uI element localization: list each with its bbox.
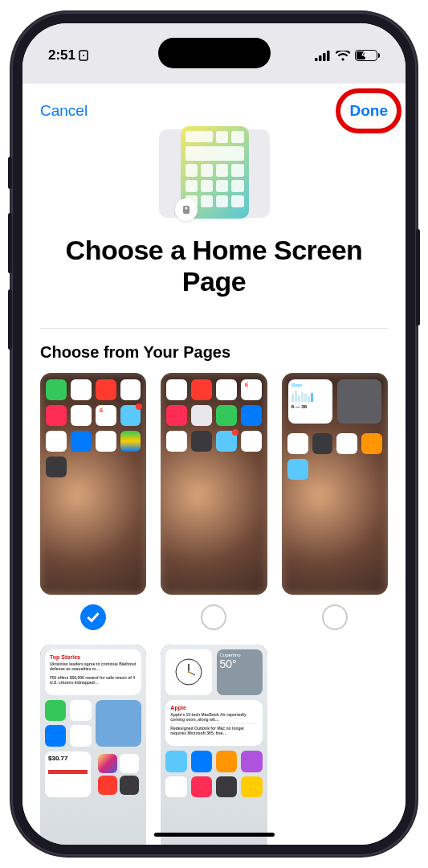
battery-indicator: 47 (355, 50, 380, 61)
status-icons: 47 (315, 50, 380, 61)
volume-down-button (8, 289, 12, 350)
page-option-3[interactable]: Sleep 6 — 36 (282, 373, 388, 630)
weather-widget: Cupertino 50° (217, 649, 263, 695)
svg-rect-3 (319, 55, 322, 61)
screen: 2:51 47 (22, 23, 406, 845)
home-indicator[interactable] (154, 833, 275, 837)
pages-grid: 6 6 (22, 373, 406, 845)
sheet-title: Choose a Home Screen Page (39, 231, 389, 313)
page-thumbnail: Sleep 6 — 36 (282, 373, 388, 595)
page-thumbnail: Top Stories Ukrainian leaders agree to c… (40, 645, 146, 845)
svg-rect-5 (327, 51, 330, 61)
hero-area: Choose a Home Screen Page (22, 126, 406, 321)
page-thumbnail: 6 (40, 373, 146, 595)
page-radio[interactable] (322, 604, 348, 630)
battery-pct-label: 47 (356, 50, 377, 59)
apple-news-widget: Apple Apple's 15-inch MacBook Air report… (165, 700, 262, 746)
svg-rect-4 (323, 53, 326, 61)
done-button-label: Done (350, 102, 389, 119)
page-radio[interactable] (201, 604, 226, 630)
orientation-lock-icon (79, 50, 88, 61)
page-thumbnail: 6 (161, 373, 267, 595)
checkmark-icon (87, 610, 99, 623)
cellular-icon (315, 51, 331, 61)
focus-badge-icon (175, 199, 198, 221)
cancel-button[interactable]: Cancel (40, 102, 88, 120)
page-option-4[interactable]: Top Stories Ukrainian leaders agree to c… (40, 645, 146, 845)
mute-switch (8, 157, 12, 189)
clock-widget-icon (165, 649, 211, 695)
page-option-5[interactable]: Cupertino 50° Apple Apple's 15-inch MacB… (161, 645, 267, 845)
section-header: Choose from Your Pages (22, 329, 406, 373)
choose-page-sheet: Cancel Done (22, 86, 406, 845)
page-radio-selected[interactable] (80, 604, 106, 630)
sheet-header: Cancel Done (22, 86, 406, 126)
svg-point-1 (83, 55, 84, 56)
home-screen-pages-icon (154, 126, 275, 223)
svg-point-7 (185, 207, 187, 210)
volume-up-button (8, 213, 12, 273)
status-time: 2:51 (48, 47, 88, 63)
time-label: 2:51 (48, 47, 75, 63)
wifi-icon (336, 51, 350, 61)
page-option-1[interactable]: 6 (40, 373, 146, 630)
news-widget: Top Stories Ukrainian leaders agree to c… (45, 649, 141, 695)
page-option-2[interactable]: 6 (161, 373, 267, 630)
done-button[interactable]: Done (350, 102, 389, 120)
svg-point-11 (187, 671, 190, 674)
page-thumbnail: Cupertino 50° Apple Apple's 15-inch MacB… (161, 645, 267, 845)
svg-rect-2 (315, 58, 318, 61)
power-button (416, 229, 420, 326)
dynamic-island (158, 38, 271, 68)
phone-frame: 2:51 47 (11, 12, 417, 856)
